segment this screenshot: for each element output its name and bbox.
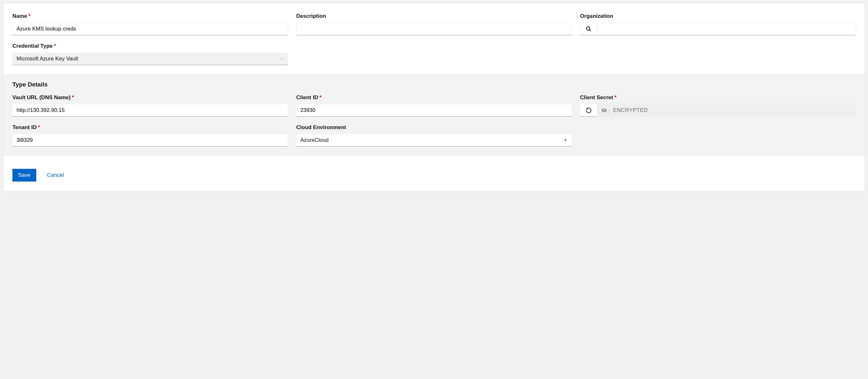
organization-input[interactable] — [597, 23, 856, 35]
cloud-environment-label: Cloud Environment — [296, 124, 572, 131]
credential-type-select[interactable]: Microsoft Azure Key Vault — [12, 53, 288, 65]
description-group: Description — [296, 13, 572, 35]
client-secret-label-text: Client Secret — [580, 95, 613, 101]
required-asterisk: * — [28, 13, 31, 19]
organization-label-text: Organization — [580, 13, 613, 19]
description-input[interactable] — [296, 23, 572, 35]
svg-line-1 — [589, 30, 591, 31]
tenant-id-label-text: Tenant ID — [12, 124, 37, 130]
client-id-label: Client ID* — [296, 95, 572, 101]
svg-point-0 — [586, 27, 590, 30]
client-secret-placeholder-text: ENCRYPTED — [613, 107, 648, 113]
cloud-environment-value: AzureCloud — [300, 137, 329, 143]
credential-type-label-text: Credential Type — [12, 43, 53, 49]
cancel-button[interactable]: Cancel — [46, 169, 65, 181]
name-input[interactable] — [12, 23, 288, 35]
eye-off-icon — [601, 107, 608, 113]
top-section: Name* Description Organization — [3, 3, 865, 74]
client-secret-display: ENCRYPTED — [597, 104, 856, 117]
client-secret-group: Client Secret* — [580, 95, 856, 117]
client-secret-label: Client Secret* — [580, 95, 856, 101]
vault-url-group: Vault URL (DNS Name)* — [12, 95, 288, 117]
required-asterisk: * — [38, 124, 40, 130]
required-asterisk: * — [614, 95, 617, 101]
organization-label: Organization — [580, 13, 856, 20]
organization-search-button[interactable] — [580, 23, 597, 35]
name-label-text: Name — [12, 13, 27, 19]
vault-url-input[interactable] — [12, 104, 288, 117]
tenant-id-group: Tenant ID* — [12, 124, 288, 146]
search-icon — [586, 26, 591, 32]
spacer — [296, 43, 572, 65]
name-label: Name* — [12, 13, 288, 20]
required-asterisk: * — [319, 95, 322, 101]
description-label-text: Description — [296, 13, 326, 19]
type-details-header: Type Details — [12, 81, 856, 88]
credential-type-label: Credential Type* — [12, 43, 288, 49]
name-group: Name* — [12, 13, 288, 35]
credential-form-card: Name* Description Organization — [3, 3, 865, 192]
client-secret-reset-button[interactable] — [580, 104, 597, 117]
credential-type-group: Credential Type* Microsoft Azure Key Vau… — [12, 43, 288, 65]
tenant-id-label: Tenant ID* — [12, 124, 288, 131]
save-button[interactable]: Save — [12, 169, 36, 181]
cloud-environment-group: Cloud Environment AzureCloud ▼ — [296, 124, 572, 146]
undo-icon — [585, 107, 592, 113]
type-details-section: Type Details Vault URL (DNS Name)* Clien… — [3, 74, 865, 156]
credential-type-value: Microsoft Azure Key Vault — [17, 56, 78, 62]
footer-section: Save Cancel — [3, 156, 865, 191]
client-id-input[interactable] — [296, 104, 572, 117]
organization-group: Organization — [580, 13, 856, 35]
cloud-environment-select[interactable]: AzureCloud — [296, 134, 572, 146]
spacer — [580, 43, 856, 65]
client-id-group: Client ID* — [296, 95, 572, 117]
cloud-environment-label-text: Cloud Environment — [296, 124, 346, 130]
required-asterisk: * — [72, 95, 74, 101]
description-label: Description — [296, 13, 572, 20]
client-id-label-text: Client ID — [296, 95, 318, 101]
tenant-id-input[interactable] — [12, 134, 288, 146]
spacer — [580, 124, 856, 146]
required-asterisk: * — [54, 43, 56, 49]
vault-url-label-text: Vault URL (DNS Name) — [12, 95, 71, 101]
vault-url-label: Vault URL (DNS Name)* — [12, 95, 288, 101]
